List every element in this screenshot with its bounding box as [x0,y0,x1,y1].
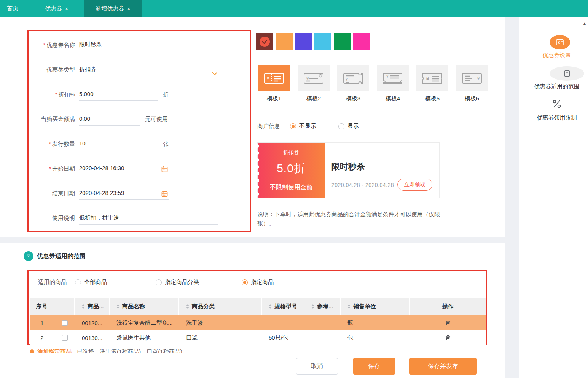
row-checkbox[interactable] [62,335,68,341]
usage-description-note: 说明：下单时，适用此优惠券商品的合计金额满足条件才可以使用（仅限一张）。 [257,210,461,228]
template-6[interactable]: ¥ 模板6 [456,65,488,102]
sort-icon[interactable] [311,304,314,309]
required-star: * [49,140,51,147]
add-specified-products-link[interactable]: 添加指定商品 [37,348,72,353]
step-connector [557,92,557,97]
radio-all-products[interactable]: 全部商品 [75,279,107,286]
usage-note-label: *使用说明 [30,215,75,222]
cell-product-code: 00120... [75,315,110,330]
col-product-code[interactable]: 商品... [75,298,110,315]
merchant-info-label: 商户信息 [257,123,280,130]
coupon-name-label: *优惠券名称 [30,41,75,49]
tab-new-coupon-label: 新增优惠券 [96,5,124,12]
discount-input[interactable]: 5.000 [79,88,158,101]
radio-icon [156,279,162,285]
discount-unit: 折 [163,91,169,98]
calendar-icon[interactable] [161,165,168,177]
form-row-usage-note: *使用说明 低折扣，拼手速 [30,212,218,225]
cell-sale-unit: 包 [341,330,410,345]
min-amount-unit: 元可使用 [145,116,168,123]
cell-product-name: 袋鼠医生其他 [110,330,179,345]
step-connector [557,61,557,66]
radio-icon [242,279,248,285]
sort-icon[interactable] [347,304,351,309]
col-reference[interactable]: 参考... [304,298,341,315]
sort-icon[interactable] [82,304,85,309]
row-checkbox[interactable] [62,320,68,326]
preview-limit-text: 不限制使用金额 [258,183,325,191]
col-spec[interactable]: 规格型号 [262,298,304,315]
template-4[interactable]: ¥ 模板4 [377,65,409,102]
cancel-button[interactable]: 取消 [296,358,338,375]
sort-icon[interactable] [186,304,189,309]
min-amount-input[interactable]: 0.00 [79,113,140,126]
col-product-name[interactable]: 商品名称 [110,298,179,315]
close-icon[interactable]: × [65,6,68,12]
cell-reference [304,330,341,345]
coupon-settings-form: *优惠券名称 限时秒杀 *优惠券类型 折扣券 *折扣% 5.000 折 *当购买… [27,30,251,232]
tab-coupons[interactable]: 优惠券 × [40,0,73,17]
end-date-input[interactable]: 2020-04-28 23:59 [79,187,169,200]
step1-coupon-settings-icon[interactable] [550,35,570,49]
save-and-publish-button[interactable]: 保存并发布 [409,358,477,375]
scroll-up-icon[interactable]: ▲ [583,21,586,26]
sort-icon[interactable] [269,304,272,309]
color-swatch[interactable] [353,33,370,50]
coupon-type-label: *优惠券类型 [30,66,75,73]
table-row[interactable]: 1 00120... 洗得宝复合醇二型免... 洗手液 瓶 [30,315,486,330]
color-swatch[interactable] [334,33,351,50]
trash-icon[interactable] [445,320,451,326]
close-icon[interactable]: × [127,6,130,12]
check-icon [260,37,270,47]
cell-spec: 50只/包 [262,330,304,345]
start-date-input[interactable]: 2020-04-28 16:30 [79,162,169,175]
template-1[interactable]: ¥ 模板1 [258,65,290,102]
cell-index: 2 [30,330,54,345]
step2-label[interactable]: 优惠券适用的范围 [528,83,585,90]
radio-hide-merchant[interactable]: 不显示 [290,123,316,130]
cell-sale-unit: 瓶 [341,315,410,330]
color-swatch[interactable] [314,33,331,50]
radio-specified-products[interactable]: 指定商品 [242,279,274,286]
template-3[interactable]: ¥ 模板3 [337,65,369,102]
usage-note-input[interactable]: 低折扣，拼手速 [79,212,218,225]
sort-icon[interactable] [116,304,120,309]
color-swatch-selected[interactable] [256,33,273,50]
radio-show-merchant[interactable]: 显示 [338,123,359,130]
tab-home[interactable]: 首页 [2,0,24,17]
tab-new-coupon[interactable]: 新增优惠券 × [84,0,142,17]
col-product-category[interactable]: 商品分类 [179,298,262,315]
template-2[interactable]: ¥ 模板2 [298,65,330,102]
coupon-name-input[interactable]: 限时秒杀 [79,38,218,51]
color-swatch[interactable] [276,33,293,50]
coupon-preview-card: 折扣券 5.0折 不限制使用金额 限时秒杀 2020.04.28 - 2020.… [257,142,440,198]
table-row[interactable]: 2 00130... 袋鼠医生其他 口罩 50只/包 包 [30,330,486,345]
step2-scope-icon[interactable] [550,66,584,81]
trash-icon[interactable] [445,335,451,341]
save-button[interactable]: 保存 [353,358,395,375]
cell-index: 1 [30,315,54,330]
ticket-icon: ¥ [416,65,448,91]
step3-label[interactable]: 优惠券领用限制 [528,114,585,121]
col-sale-unit[interactable]: 销售单位 [341,298,410,315]
chevron-down-icon[interactable] [212,68,218,80]
tab-home-label: 首页 [7,5,18,12]
template-5[interactable]: ¥ 模板5 [416,65,448,102]
scope-section-title: 优惠券适用的范围 [37,252,86,260]
scope-section-header: 优惠券适用的范围 [24,251,86,261]
issue-count-input[interactable]: 10 [79,137,158,150]
preview-type-badge: 折扣券 [258,149,325,156]
step3-limit-icon[interactable] [551,98,563,110]
radio-product-category[interactable]: 指定商品分类 [156,279,199,286]
form-row-type: *优惠券类型 折扣券 [30,63,218,76]
coupon-type-select[interactable]: 折扣券 [79,63,218,76]
issue-count-label: *发行数量 [30,140,75,148]
ticket-icon: ¥ [337,65,369,91]
color-swatch[interactable] [295,33,312,50]
step1-label[interactable]: 优惠券设置 [528,52,585,59]
claim-now-button[interactable]: 立即领取 [397,179,432,191]
scope-section-icon [24,251,33,261]
col-index: 序号 [30,298,54,315]
form-row-end-date: *结束日期 2020-04-28 23:59 [30,187,169,200]
calendar-icon[interactable] [161,190,168,202]
